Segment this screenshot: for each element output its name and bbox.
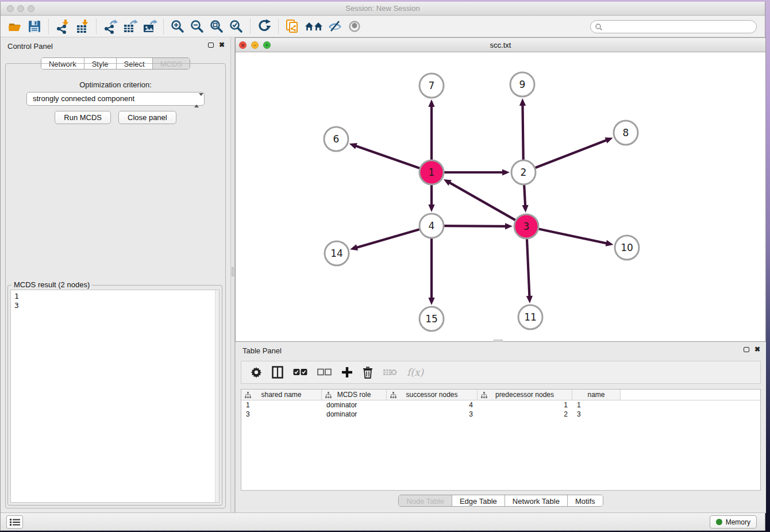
hide-selected-icon[interactable] [325,18,345,35]
criterion-select[interactable]: strongly connected component [26,92,205,106]
table-panel-title: Table Panel [242,346,282,355]
run-mcds-button[interactable]: Run MCDS [55,111,111,124]
graph-node-label: 15 [425,313,438,325]
graph-node-label: 7 [429,80,435,91]
tab-motifs[interactable]: Motifs [568,495,603,506]
graph-edge[interactable] [524,185,525,207]
graph-edge[interactable] [444,226,507,226]
function-builder-icon[interactable]: f(x) [407,367,424,378]
table-settings-icon[interactable] [251,367,262,378]
close-panel-button[interactable]: Close panel [118,111,176,124]
graph-edge[interactable] [449,182,515,220]
memory-button[interactable]: Memory [710,515,757,529]
search-input[interactable] [590,20,757,33]
graph-node-label: 1 [429,167,435,178]
open-session-icon[interactable] [5,18,25,35]
search-icon [595,23,603,31]
graph-node-label: 14 [330,248,343,259]
table-cell[interactable]: dominator [322,410,387,419]
zoom-out-icon[interactable] [187,18,207,35]
first-neighbors-icon[interactable] [302,18,325,35]
save-session-icon[interactable] [25,18,44,35]
control-panel: Control Panel ✖ NetworkStyleSelectMCDS O… [1,37,230,513]
show-all-icon[interactable] [345,18,364,35]
graph-edge[interactable] [539,229,608,244]
graph-node-label: 11 [524,311,537,323]
table-cell[interactable]: 2 [478,410,572,419]
zoom-in-icon[interactable] [168,18,187,35]
result-scrollbar[interactable] [215,290,219,502]
graph-node-label: 4 [429,220,435,232]
tab-network-table[interactable]: Network Table [505,495,568,506]
export-table-icon[interactable] [120,18,140,35]
graph-edge-arrowhead [519,98,526,106]
show-column-dialog-icon[interactable] [271,366,284,379]
graph-node-label: 9 [519,79,526,90]
column-header-shared-name[interactable]: shared name [241,390,322,400]
float-panel-icon[interactable] [208,43,214,48]
toolbar-separator [250,19,251,34]
graph-edge[interactable] [355,145,419,168]
column-header-name[interactable]: name [572,390,621,400]
table-cell[interactable]: 1 [478,400,572,410]
table-row[interactable]: 3dominator323 [241,410,760,419]
unselect-all-columns-icon[interactable] [317,368,332,376]
criterion-select-value: strongly connected component [33,94,134,103]
table-row[interactable]: 1dominator411 [241,400,760,410]
graph-edge[interactable] [356,229,419,248]
column-header-predecessor-nodes[interactable]: predecessor nodes [478,390,572,400]
import-table-icon[interactable] [72,18,92,35]
graph-edge-arrowhead [349,143,357,149]
network-canvas[interactable]: 7968124314101511 [236,52,765,341]
shared-column-icon [325,392,332,398]
mcds-result-line: 1 [14,292,215,301]
graph-edge-arrowhead [428,99,434,107]
table-cell[interactable]: 3 [572,410,621,419]
table-cell[interactable]: 3 [241,410,322,419]
import-network-icon[interactable] [53,18,72,35]
graph-node-label: 6 [333,133,340,145]
export-network-icon[interactable] [101,18,120,35]
table-cell[interactable]: 1 [241,400,322,410]
apply-layout-icon[interactable] [255,18,274,35]
float-panel-icon[interactable] [744,347,749,352]
table-cell[interactable]: 4 [387,400,478,410]
memory-status-icon [716,519,722,525]
mcds-result-line: 3 [14,301,215,310]
delete-row-icon[interactable] [362,366,374,379]
graph-edge-arrowhead [502,169,510,175]
graph-edge-arrowhead [428,205,434,212]
table-cell[interactable]: 3 [387,410,478,419]
delete-column-icon[interactable] [383,368,398,377]
toolbar-separator [96,19,97,34]
toolbar-separator [163,19,164,34]
mcds-result-textarea[interactable]: 13 [10,290,220,503]
column-header-successor-nodes[interactable]: successor nodes [387,390,478,400]
tab-node-table[interactable]: Node Table [399,495,452,506]
zoom-selected-icon[interactable] [226,18,246,35]
close-panel-icon[interactable]: ✖ [219,42,225,48]
table-panel-tabs: Node TableEdge TableNetwork TableMotifs [398,495,603,507]
toolbar-separator [278,19,279,34]
export-image-icon[interactable] [140,18,159,35]
graph-edge[interactable] [522,104,523,160]
table-cell[interactable]: 1 [572,400,621,410]
application-window: Session: New Session [0,2,765,531]
zoom-fit-icon[interactable] [207,18,226,35]
task-history-button[interactable] [6,515,23,529]
status-bar: Memory [1,512,765,530]
add-column-icon[interactable] [341,367,353,378]
table-cell[interactable]: dominator [322,400,387,410]
close-panel-icon[interactable]: ✖ [754,346,760,352]
tab-edge-table[interactable]: Edge Table [452,495,505,506]
graph-edge[interactable] [527,239,530,298]
network-from-selection-icon[interactable] [283,18,302,35]
graph-edge-arrowhead [428,298,434,305]
vertical-splitter[interactable] [230,37,235,513]
graph-edge[interactable] [536,140,608,168]
toolbar-separator [48,19,49,34]
select-all-columns-icon[interactable] [293,368,308,376]
search-box [590,20,757,33]
column-header-MCDS-role[interactable]: MCDS role [322,390,387,400]
network-view-window: ✕ − + scc.txt 7968124314101511 [235,37,766,342]
